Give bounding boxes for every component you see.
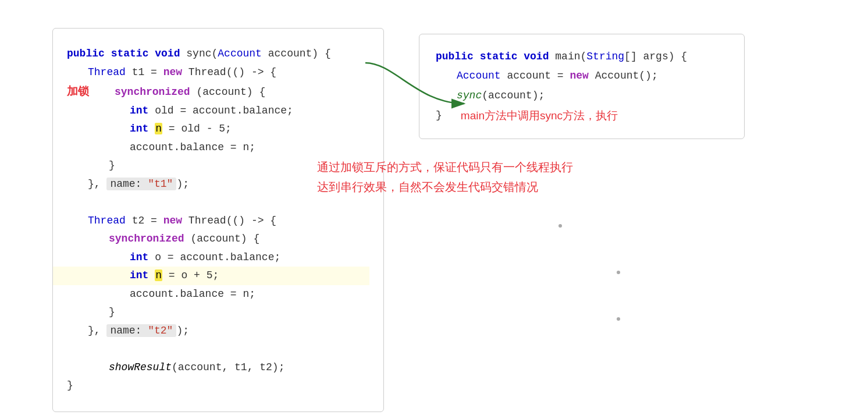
code-line-16: }, name: "t2"); [88, 322, 369, 340]
type-thread: Thread [88, 66, 126, 78]
main-code-box: public static void sync(Account account)… [52, 28, 384, 412]
call-line-2: Account account = new Account(); [457, 66, 728, 86]
code-line-3: 加锁synchronized (account) { [67, 81, 369, 102]
method-showresult: showResult [109, 361, 172, 373]
call-line-1: public static void main(String[] args) { [436, 47, 728, 66]
call-comment: main方法中调用sync方法，执行 [461, 105, 618, 126]
dot-3 [617, 317, 620, 321]
code-line-18: showResult(account, t1, t2); [109, 359, 369, 377]
code-line-6: account.balance = n; [130, 139, 369, 157]
sync-call: sync [457, 90, 482, 101]
code-line-14: account.balance = n; [130, 285, 369, 304]
code-line-15: } [109, 303, 369, 322]
code-line-10: Thread t2 = new Thread(() -> { [88, 212, 369, 230]
code-line-11: synchronized (account) { [109, 230, 369, 249]
code-line-12: int o = account.balance; [130, 249, 369, 267]
code-line-5: int n = old - 5; [130, 120, 369, 139]
call-code-box: public static void main(String[] args) {… [419, 34, 745, 139]
code-line-13: int n = o + 5; [53, 267, 369, 285]
code-line-4: int old = account.balance; [130, 102, 369, 120]
code-line-blank2 [67, 340, 369, 359]
keyword-static: static [111, 48, 149, 59]
keyword-void: void [155, 48, 180, 59]
call-line-3: sync(account); [457, 86, 728, 105]
code-line-2: Thread t1 = new Thread(() -> { [88, 63, 369, 82]
dot-1 [558, 224, 562, 228]
code-line-1: public static void sync(Account account)… [67, 45, 369, 63]
keyword-public: public [67, 48, 105, 59]
code-line-19: } [67, 377, 369, 395]
n-highlight-1: n [155, 123, 162, 134]
method-sync: sync(Account account) { [186, 48, 330, 59]
lock-label: 加锁 [67, 85, 89, 97]
dot-2 [617, 271, 620, 274]
call-line-4: }main方法中调用sync方法，执行 [436, 105, 728, 126]
n-highlight-2: n [155, 269, 162, 281]
annotation-line1: 通过加锁互斥的方式，保证代码只有一个线程执行 [317, 161, 573, 173]
annotation-text: 通过加锁互斥的方式，保证代码只有一个线程执行 达到串行效果，自然不会发生代码交错… [317, 157, 573, 197]
annotation-line2: 达到串行效果，自然不会发生代码交错情况 [317, 180, 538, 193]
